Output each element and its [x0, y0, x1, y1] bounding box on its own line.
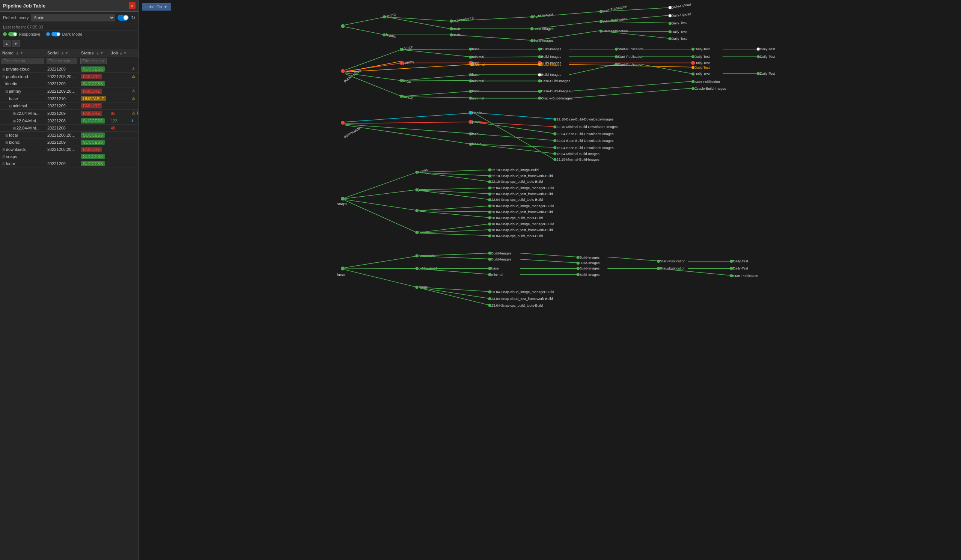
table-row[interactable]: ⊟jammy 20221209,2022... FAILURE ⚠ [0, 87, 138, 95]
svg-point-216 [488, 198, 491, 201]
svg-text:Build-Images: Build-Images [580, 266, 600, 270]
close-button[interactable]: × [129, 2, 135, 9]
job-cell [108, 146, 129, 153]
svg-text:22.10-Snap-cloud_image-Build: 22.10-Snap-cloud_image-Build [492, 168, 539, 172]
status-badge: UNSTABLE [81, 96, 106, 101]
sort-desc-button[interactable]: ▼ [12, 40, 19, 47]
action-cell: ⚠ [130, 95, 138, 103]
expand-icon[interactable]: ⊞ [5, 133, 8, 137]
svg-line-162 [345, 125, 469, 144]
svg-point-222 [488, 210, 491, 213]
row-name: lunar [6, 161, 15, 166]
svg-text:22.04-Snap-cloud_image_manager: 22.04-Snap-cloud_image_manager-Build [492, 186, 554, 190]
info-icon[interactable]: ℹ [132, 118, 133, 123]
svg-point-248 [488, 252, 491, 255]
svg-text:Start-Publication: Start-Publication [660, 259, 685, 263]
col-serial[interactable]: Serial ▲▼ [45, 49, 79, 57]
table-row[interactable]: ⊞focal 20221208,2022... SUCCESS [0, 132, 138, 139]
table-row[interactable]: ⊞public-cloud 20221208,2022... FAILURE ⚠ [0, 73, 138, 80]
table-row[interactable]: ⊞downloads 20221208,2022... FAILURE [0, 146, 138, 153]
svg-text:jammy: jammy [402, 60, 415, 65]
action-cell [130, 146, 138, 153]
svg-text:Daily-Test: Daily-Test [733, 259, 748, 263]
action-cell [130, 103, 138, 109]
job-cell: 85 [108, 109, 129, 117]
svg-point-192 [415, 188, 418, 191]
svg-point-49 [341, 69, 345, 73]
svg-text:Build-Images: Build-Images [492, 257, 512, 261]
expand-icon[interactable]: ⊞ [2, 67, 5, 71]
svg-line-268 [520, 253, 577, 257]
svg-point-20 [530, 27, 534, 30]
col-name[interactable]: Name ▲▼ [0, 49, 45, 57]
svg-line-224 [420, 211, 489, 217]
responsive-toggle[interactable]: Responsive [3, 32, 40, 37]
table-row[interactable]: ⊞22.04-Minimal-Public-Cloud-S... 2022120… [0, 117, 138, 125]
label-toggle-button[interactable]: Label:On ▼ [142, 3, 171, 11]
svg-line-153 [345, 113, 469, 122]
table-row[interactable]: kinetic 20221209 SUCCESS [0, 80, 138, 87]
svg-point-116 [615, 55, 618, 58]
col-job[interactable]: Job▲▼ [108, 49, 129, 57]
svg-text:snaps: snaps [337, 202, 347, 206]
svg-point-146 [757, 55, 760, 58]
table-row[interactable]: base 20221210 UNSTABLE ⚠ [0, 95, 138, 103]
table-row[interactable]: ⊞bionic 20221209 SUCCESS [0, 139, 138, 146]
col-status[interactable]: Status ▲▼ [79, 49, 108, 57]
job-cell [108, 153, 129, 160]
expand-icon[interactable]: ⊞ [5, 140, 8, 144]
sort-asc-button[interactable]: ▲ [3, 40, 11, 47]
expand-icon[interactable]: ⊞ [13, 119, 16, 123]
table-row[interactable]: ⊞lunar 20221209 SUCCESS [0, 160, 138, 167]
status-badge: SUCCESS [81, 66, 105, 72]
svg-point-184 [553, 158, 556, 161]
dark-mode-switch[interactable] [51, 32, 60, 37]
svg-point-74 [470, 63, 473, 66]
svg-point-169 [553, 125, 556, 128]
table-row[interactable]: ⊞private-cloud 20221209 SUCCESS ⚠ [0, 65, 138, 73]
table-row[interactable]: ⊞22.04-Minimal-Public-Cloud-D... 2022120… [0, 125, 138, 132]
svg-point-228 [488, 223, 491, 226]
status-cell: SUCCESS [79, 139, 108, 146]
left-panel: Pipeline Job Table × Refresh every 5 min… [0, 0, 139, 560]
svg-text:20.04-Snap-cpc_build_tools-Bui: 20.04-Snap-cpc_build_tools-Build [492, 216, 543, 220]
svg-text:experimental: experimental [452, 16, 474, 23]
refresh-interval-select[interactable]: 5 min 1 min 10 min 30 min off [31, 14, 115, 21]
svg-text:Daily-Test: Daily-Test [672, 37, 687, 40]
filter-name[interactable] [2, 58, 43, 64]
table-row[interactable]: ⊞snaps SUCCESS [0, 153, 138, 160]
info-icon[interactable]: ℹ [137, 111, 138, 115]
svg-line-256 [420, 269, 489, 274]
svg-text:Base-Build-Images: Base-Build-Images [541, 79, 570, 83]
refresh-button[interactable]: ↻ [131, 14, 135, 21]
expand-icon[interactable]: ⊞ [2, 148, 5, 152]
table-row[interactable]: ⊞22.04-Minimal-Public-Cloud-Buil... 2022… [0, 109, 138, 117]
expand-icon[interactable]: ⊞ [2, 155, 5, 159]
action-cell [130, 125, 138, 132]
svg-text:20.04-Base-Build-Downloads-Ima: 20.04-Base-Build-Downloads-Images [556, 139, 614, 143]
dark-mode-toggle[interactable]: Dark Mode [46, 32, 82, 37]
expand-icon[interactable]: ⊞ [13, 111, 16, 116]
sort-bar: ▲ ▼ [0, 38, 138, 49]
expand-icon[interactable]: ⊞ [13, 126, 16, 130]
row-name: public-cloud [6, 74, 28, 79]
svg-text:Start-Publication: Start-Publication [733, 274, 758, 278]
status-cell: SUCCESS [79, 160, 108, 167]
svg-text:22.10-Base-Build-Downloads-Ima: 22.10-Base-Build-Downloads-Images [556, 117, 614, 121]
svg-line-244 [345, 270, 416, 287]
filter-serial[interactable] [47, 58, 77, 64]
filter-status[interactable] [80, 58, 107, 64]
table-row[interactable]: ⊟minimal 20221209 FAILURE [0, 103, 138, 109]
svg-point-47 [669, 37, 672, 40]
expand-icon[interactable]: ⊞ [2, 75, 5, 79]
responsive-switch[interactable] [8, 32, 17, 37]
auto-refresh-toggle[interactable] [117, 14, 129, 21]
svg-text:Build-Images: Build-Images [492, 252, 512, 255]
collapse-icon[interactable]: ⊟ [9, 104, 12, 108]
svg-text:Start-Publication: Start-Publication [694, 80, 720, 84]
action-cell: ⚠ ℹ [130, 109, 138, 117]
svg-point-59 [400, 79, 403, 82]
collapse-icon[interactable]: ⊟ [5, 89, 8, 93]
expand-icon[interactable]: ⊞ [2, 162, 5, 166]
svg-text:Daily-Test: Daily-Test [694, 55, 710, 59]
